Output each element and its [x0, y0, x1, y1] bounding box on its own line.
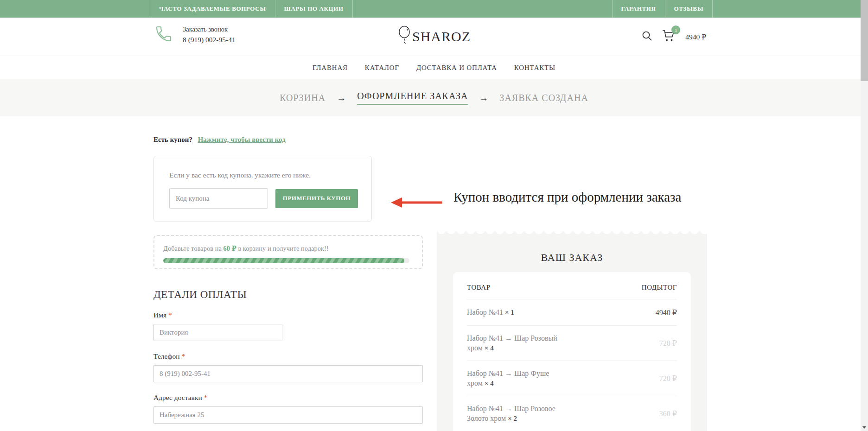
balloon-icon: [397, 25, 411, 48]
order-summary-card: ТОВАР ПОДЫТОГ Набор №41 × 1 4940 ₽ Набор…: [453, 272, 691, 431]
address-label: Адрес доставки: [153, 393, 202, 401]
field-name: Имя *: [153, 311, 423, 341]
topbar-item-faq[interactable]: ЧАСТО ЗАДАВАЕМЫЕ ВОПРОСЫ: [150, 0, 275, 18]
nav-item-home[interactable]: ГЛАВНАЯ: [313, 64, 348, 72]
logo-text: SHAROZ: [412, 29, 471, 44]
topbar-item-warranty[interactable]: ГАРАНТИЯ: [612, 0, 665, 18]
phone-input[interactable]: [153, 365, 423, 382]
top-bar: ЧАСТО ЗАДАВАЕМЫЕ ВОПРОСЫ ШАРЫ ПО АКЦИИ Г…: [0, 0, 868, 18]
gift-progress-box: Добавьте товаров на 60 ₽ в корзину и пол…: [153, 235, 423, 269]
nav-item-catalog[interactable]: КАТАЛОГ: [365, 64, 399, 72]
checkout-breadcrumb: КОРЗИНА → ОФОРМЛЕНИЕ ЗАКАЗА → ЗАЯВКА СОЗ…: [0, 79, 868, 116]
scroll-down-arrow-icon[interactable]: [862, 426, 866, 429]
coupon-code-input[interactable]: [169, 188, 268, 209]
item-price: 720 ₽: [659, 339, 677, 348]
coupon-form-box: Если у вас есть код купона, укажите его …: [153, 156, 372, 222]
item-quantity: × 4: [485, 344, 494, 352]
item-quantity: × 1: [505, 309, 514, 316]
breadcrumb-arrow-icon: →: [479, 93, 488, 103]
gift-amount: 60 ₽: [223, 245, 236, 252]
order-row: Набор №41 × 1 4940 ₽: [467, 299, 677, 326]
order-row: Набор №41 → Шар Розовый хром × 4 720 ₽: [467, 326, 677, 361]
breadcrumb-order-created: ЗАЯВКА СОЗДАНА: [499, 93, 588, 103]
cart-button[interactable]: 1: [662, 30, 676, 44]
breadcrumb-checkout-active[interactable]: ОФОРМЛЕНИЕ ЗАКАЗА: [357, 91, 468, 105]
coupon-question-row: Есть купон? Нажмите, чтобы ввести код: [153, 136, 423, 144]
item-quantity: × 4: [485, 380, 494, 387]
field-address: Адрес доставки *: [153, 393, 423, 424]
gift-progress-bar: [163, 258, 409, 263]
topbar-item-sale-balloons[interactable]: ШАРЫ ПО АКЦИИ: [275, 0, 353, 18]
breadcrumb-cart[interactable]: КОРЗИНА: [280, 93, 326, 103]
site-header: Заказать звонок 8 (919) 002-95-41 SHAROZ: [0, 18, 868, 56]
scrollbar-thumb[interactable]: [861, 0, 868, 81]
main-content: Есть купон? Нажмите, чтобы ввести код Ес…: [0, 116, 868, 431]
breadcrumb-arrow-icon: →: [337, 93, 346, 103]
page-scrollbar[interactable]: [861, 0, 868, 431]
search-icon[interactable]: [642, 31, 652, 43]
coupon-toggle-link[interactable]: Нажмите, чтобы ввести код: [198, 136, 286, 143]
logo[interactable]: SHAROZ: [397, 25, 471, 48]
billing-details-title: ДЕТАЛИ ОПЛАТЫ: [153, 289, 423, 301]
cart-total[interactable]: 4940 ₽: [685, 33, 706, 41]
required-asterisk: *: [204, 393, 208, 401]
order-row: Набор №41 → Шар Фуше хром × 4 720 ₽: [467, 361, 677, 396]
gift-progress-fill: [163, 258, 404, 263]
annotation-arrow-icon: [390, 196, 444, 211]
phone-label: Телефон: [153, 352, 180, 360]
order-col-subtotal: ПОДЫТОГ: [642, 284, 677, 292]
coupon-question-label: Есть купон?: [153, 136, 192, 143]
required-asterisk: *: [182, 352, 185, 360]
call-request-label[interactable]: Заказать звонок: [183, 25, 236, 33]
order-summary-panel: ВАШ ЗАКАЗ ТОВАР ПОДЫТОГ Набор №41 × 1 49…: [437, 231, 707, 431]
item-price: 360 ₽: [659, 409, 677, 418]
topbar-right-menu: ГАРАНТИЯ ОТЗЫВЫ: [612, 0, 713, 18]
apply-coupon-button[interactable]: ПРИМЕНИТЬ КУПОН: [275, 189, 358, 208]
name-input[interactable]: [153, 324, 282, 341]
gift-progress-text: Добавьте товаров на 60 ₽ в корзину и пол…: [163, 244, 414, 253]
item-price: 720 ₽: [659, 374, 677, 383]
name-label: Имя: [153, 311, 166, 319]
order-col-product: ТОВАР: [467, 284, 491, 292]
nav-item-delivery[interactable]: ДОСТАВКА И ОПЛАТА: [416, 64, 497, 72]
nav-item-contacts[interactable]: КОНТАКТЫ: [514, 64, 555, 72]
topbar-left-menu: ЧАСТО ЗАДАВАЕМЫЕ ВОПРОСЫ ШАРЫ ПО АКЦИИ: [150, 0, 353, 18]
header-actions: 1 4940 ₽: [642, 30, 706, 44]
field-phone: Телефон *: [153, 352, 423, 382]
order-row: Набор №41 → Шар Розовое Золото хром × 2 …: [467, 396, 677, 431]
phone-icon: [154, 25, 173, 45]
annotation-text: Купон вводится при оформлении заказа: [453, 190, 681, 205]
item-quantity: × 2: [508, 415, 517, 422]
item-price: 4940 ₽: [656, 308, 677, 317]
order-summary-title: ВАШ ЗАКАЗ: [437, 231, 707, 264]
address-input[interactable]: [153, 406, 423, 424]
checkout-left-column: Есть купон? Нажмите, чтобы ввести код Ес…: [153, 116, 423, 424]
main-nav: ГЛАВНАЯ КАТАЛОГ ДОСТАВКА И ОПЛАТА КОНТАК…: [0, 56, 868, 79]
required-asterisk: *: [168, 311, 172, 319]
coupon-hint-text: Если у вас есть код купона, укажите его …: [169, 171, 358, 179]
call-block[interactable]: Заказать звонок 8 (919) 002-95-41: [154, 25, 236, 45]
header-phone-number[interactable]: 8 (919) 002-95-41: [183, 36, 236, 44]
topbar-item-reviews[interactable]: ОТЗЫВЫ: [665, 0, 713, 18]
cart-count-badge: 1: [671, 25, 680, 34]
